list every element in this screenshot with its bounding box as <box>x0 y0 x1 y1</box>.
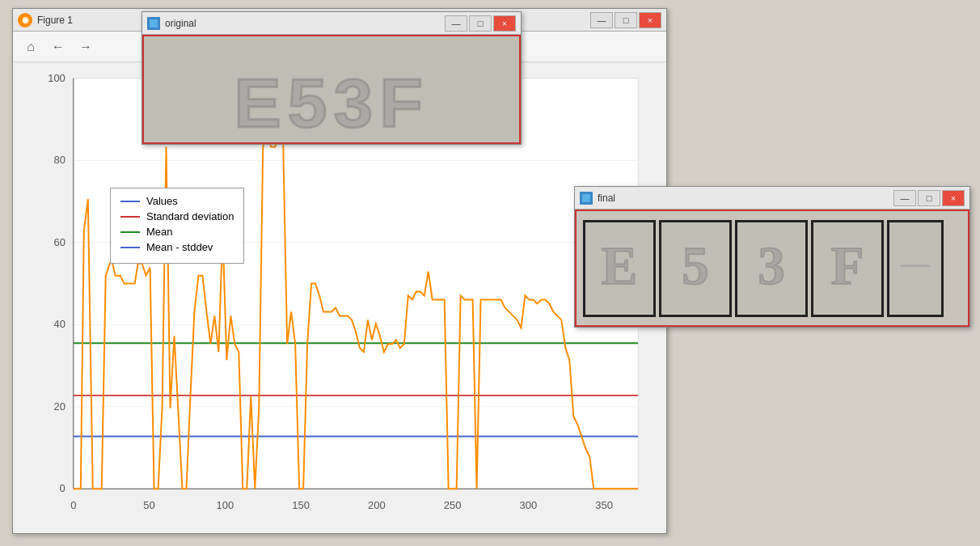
chart-legend: Values Standard deviation Mean Mean - st… <box>110 188 244 264</box>
char-box-dash: — <box>887 220 944 317</box>
original-minimize-btn[interactable]: — <box>445 15 467 32</box>
values-line-icon <box>120 201 140 202</box>
svg-text:300: 300 <box>520 499 538 511</box>
final-image-area: E E 5 5 3 3 F F <box>575 210 969 327</box>
original-window: original — □ × E53F E53F <box>142 11 522 145</box>
char-box-e: E E <box>583 220 656 317</box>
legend-values: Values <box>120 195 234 207</box>
home-button[interactable]: ⌂ <box>19 36 42 58</box>
original-title: original <box>165 18 443 29</box>
char-box-3: 3 3 <box>735 220 808 317</box>
forward-button[interactable]: → <box>74 36 97 58</box>
final-close-btn[interactable]: × <box>942 190 965 206</box>
svg-text:350: 350 <box>595 499 613 511</box>
char-box-5: 5 5 <box>659 220 732 317</box>
svg-text:E: E <box>602 235 638 295</box>
final-minimize-btn[interactable]: — <box>893 190 916 206</box>
final-titlebar: final — □ × <box>575 187 969 210</box>
original-window-icon <box>147 17 160 30</box>
final-title: final <box>598 193 892 204</box>
svg-text:100: 100 <box>48 72 65 84</box>
original-maximize-btn[interactable]: □ <box>469 15 492 32</box>
original-titlebar: original — □ × <box>142 12 521 35</box>
mean-stddev-line-icon <box>120 247 140 248</box>
svg-text:60: 60 <box>53 236 65 248</box>
final-window-icon <box>580 192 593 205</box>
svg-text:—: — <box>900 245 931 278</box>
svg-text:F: F <box>830 235 864 295</box>
figure1-minimize-btn[interactable]: — <box>590 12 613 28</box>
original-close-btn[interactable]: × <box>493 15 516 32</box>
legend-values-label: Values <box>146 195 178 207</box>
mean-line-icon <box>120 231 140 233</box>
svg-text:80: 80 <box>53 154 65 166</box>
svg-text:40: 40 <box>53 318 65 330</box>
legend-stddev: Standard deviation <box>120 210 234 222</box>
char-box-f: F F <box>811 220 884 317</box>
legend-mean-stddev: Mean - stddev <box>120 241 234 253</box>
svg-text:5: 5 <box>682 235 709 295</box>
figure1-maximize-btn[interactable]: □ <box>615 12 637 28</box>
legend-stddev-label: Standard deviation <box>146 210 234 222</box>
svg-text:150: 150 <box>292 499 310 511</box>
back-button[interactable]: ← <box>47 36 70 58</box>
stddev-line-icon <box>120 216 140 218</box>
figure1-icon: ◉ <box>18 13 32 28</box>
final-maximize-btn[interactable]: □ <box>918 190 940 206</box>
svg-text:50: 50 <box>143 499 154 511</box>
svg-text:200: 200 <box>368 499 386 511</box>
legend-mean-stddev-label: Mean - stddev <box>146 241 213 253</box>
svg-text:0: 0 <box>70 499 76 511</box>
svg-text:0: 0 <box>60 482 65 494</box>
svg-text:20: 20 <box>53 400 65 413</box>
svg-text:250: 250 <box>444 499 462 511</box>
svg-text:100: 100 <box>217 499 234 511</box>
figure1-close-btn[interactable]: × <box>639 12 661 28</box>
legend-mean: Mean <box>120 226 234 238</box>
original-image-area: E53F E53F <box>142 35 521 144</box>
final-window: final — □ × E E 5 5 3 3 <box>574 186 970 328</box>
legend-mean-label: Mean <box>146 226 173 238</box>
svg-text:3: 3 <box>758 235 785 295</box>
original-plate-svg: E53F E53F <box>144 36 519 142</box>
svg-text:E53F: E53F <box>234 65 429 142</box>
